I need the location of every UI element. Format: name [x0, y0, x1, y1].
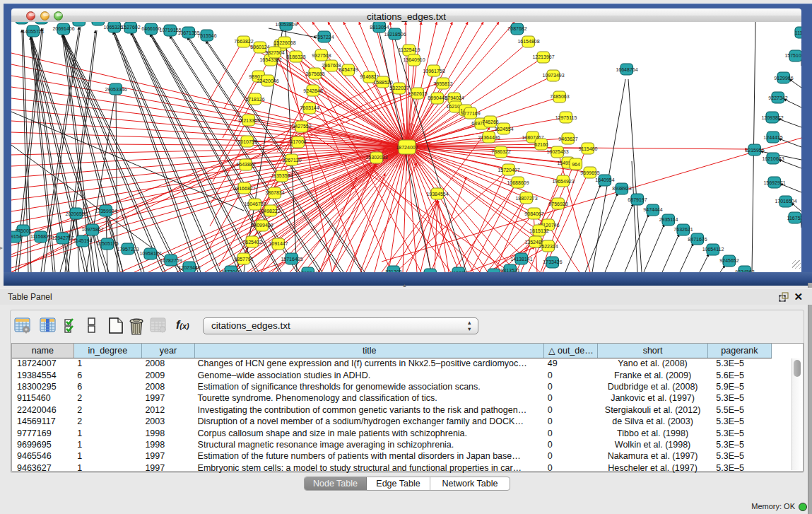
svg-text:62160: 62160 — [534, 142, 548, 147]
svg-text:8427552: 8427552 — [292, 124, 311, 129]
svg-text:9242848: 9242848 — [303, 88, 322, 93]
svg-text:12942757: 12942757 — [52, 235, 73, 240]
svg-text:10975867: 10975867 — [81, 227, 103, 232]
svg-text:3267130: 3267130 — [282, 158, 301, 163]
svg-text:16782759: 16782759 — [160, 258, 182, 263]
svg-text:10958107: 10958107 — [139, 251, 161, 256]
svg-text:21364436: 21364436 — [478, 135, 500, 140]
svg-text:9227342: 9227342 — [768, 95, 787, 100]
svg-text:3675685: 3675685 — [305, 71, 324, 76]
svg-text:116753: 116753 — [787, 216, 801, 221]
svg-text:1091447: 1091447 — [269, 241, 288, 246]
svg-text:22420046: 22420046 — [257, 78, 278, 83]
svg-text:54099489: 54099489 — [251, 223, 273, 228]
svg-text:15720407: 15720407 — [498, 168, 519, 173]
svg-text:8471676: 8471676 — [688, 237, 707, 242]
svg-text:1527602: 1527602 — [121, 25, 140, 30]
svg-text:13640910: 13640910 — [403, 57, 425, 62]
svg-text:8938923: 8938923 — [612, 186, 631, 191]
svg-text:7485063: 7485063 — [550, 94, 569, 99]
svg-text:9474444: 9474444 — [643, 207, 662, 212]
svg-text:417004: 417004 — [290, 139, 306, 144]
svg-text:12213967: 12213967 — [532, 54, 554, 59]
svg-text:3624554: 3624554 — [494, 127, 513, 132]
svg-text:2718126: 2718126 — [245, 97, 264, 102]
svg-text:39154: 39154 — [11, 234, 22, 239]
svg-text:16648764: 16648764 — [616, 67, 637, 72]
svg-text:1615132: 1615132 — [529, 228, 548, 233]
svg-text:7603144: 7603144 — [300, 105, 319, 110]
svg-text:15692971: 15692971 — [763, 180, 785, 185]
svg-text:16154808: 16154808 — [517, 39, 539, 44]
svg-text:25302033: 25302033 — [365, 155, 387, 160]
svg-text:8960124: 8960124 — [250, 45, 269, 49]
svg-text:8215955: 8215955 — [745, 148, 764, 153]
svg-text:6643882: 6643882 — [236, 162, 255, 167]
svg-text:1733426: 1733426 — [543, 259, 562, 264]
svg-text:2087682: 2087682 — [507, 26, 526, 31]
svg-text:12093872: 12093872 — [761, 115, 783, 120]
svg-text:18724007: 18724007 — [396, 145, 418, 150]
svg-text:964: 964 — [572, 162, 580, 167]
svg-text:8186328: 8186328 — [286, 54, 305, 59]
svg-text:9129966: 9129966 — [774, 76, 793, 81]
svg-text:20691406: 20691406 — [52, 26, 74, 31]
svg-text:11353594: 11353594 — [271, 173, 293, 178]
svg-text:15716485: 15716485 — [281, 257, 302, 262]
svg-text:746266: 746266 — [482, 119, 498, 124]
svg-text:9115460: 9115460 — [579, 146, 598, 151]
svg-text:1244415: 1244415 — [763, 135, 782, 140]
svg-text:9463627: 9463627 — [558, 136, 577, 141]
svg-text:8454749: 8454749 — [339, 67, 358, 72]
svg-text:1010755: 1010755 — [237, 139, 257, 144]
svg-text:1145194: 1145194 — [73, 238, 93, 243]
svg-text:1362615: 1362615 — [408, 91, 427, 96]
svg-text:19218506: 19218506 — [384, 32, 406, 37]
svg-text:9327508: 9327508 — [312, 53, 331, 58]
svg-text:18807273: 18807273 — [515, 196, 537, 201]
svg-text:1640954: 1640954 — [595, 177, 614, 182]
svg-text:7663822: 7663822 — [234, 39, 253, 44]
svg-text:10025433: 10025433 — [546, 149, 568, 154]
svg-text:10654112: 10654112 — [702, 247, 724, 252]
svg-text:19166827: 19166827 — [233, 186, 255, 191]
svg-text:9327504: 9327504 — [265, 50, 284, 55]
svg-text:17016504: 17016504 — [775, 199, 796, 204]
svg-text:3867834: 3867834 — [265, 190, 284, 195]
svg-text:17359934: 17359934 — [95, 209, 117, 214]
svg-text:2522314: 2522314 — [539, 244, 558, 249]
svg-text:5322037: 5322037 — [389, 86, 408, 90]
svg-text:20206556: 20206556 — [65, 211, 87, 216]
svg-text:9857791: 9857791 — [234, 257, 253, 262]
svg-text:1588520: 1588520 — [373, 80, 392, 85]
svg-text:10688609: 10688609 — [507, 180, 529, 185]
svg-text:12505135: 12505135 — [96, 241, 118, 246]
svg-text:7632621: 7632621 — [673, 227, 693, 232]
svg-text:10961758: 10961758 — [423, 69, 445, 74]
svg-text:14138141: 14138141 — [510, 257, 532, 262]
svg-text:9245652: 9245652 — [719, 258, 739, 263]
svg-text:10671355: 10671355 — [177, 30, 199, 35]
svg-text:11325419: 11325419 — [399, 47, 420, 52]
svg-text:19654923: 19654923 — [552, 179, 574, 184]
svg-text:6879197: 6879197 — [628, 197, 647, 202]
svg-text:7515546: 7515546 — [197, 33, 216, 38]
svg-text:2935114: 2935114 — [659, 217, 678, 222]
svg-text:12975115: 12975115 — [555, 115, 577, 120]
svg-text:6794024: 6794024 — [445, 95, 464, 100]
svg-text:9699695: 9699695 — [580, 170, 599, 175]
svg-text:9777169: 9777169 — [461, 111, 480, 116]
svg-text:15226058: 15226058 — [273, 40, 295, 45]
svg-text:7625402: 7625402 — [242, 240, 261, 245]
svg-text:29053346: 29053346 — [105, 87, 126, 92]
svg-text:8813054: 8813054 — [370, 25, 389, 30]
svg-text:11172: 11172 — [795, 30, 801, 35]
svg-text:10053809: 10053809 — [275, 22, 297, 27]
svg-text:9084067: 9084067 — [524, 211, 543, 216]
svg-text:12023446: 12023446 — [178, 265, 200, 270]
svg-text:7357224: 7357224 — [314, 35, 334, 40]
svg-text:9146821: 9146821 — [360, 74, 379, 79]
svg-text:17957223: 17957223 — [117, 247, 139, 252]
svg-text:6466160: 6466160 — [141, 26, 160, 31]
svg-text:15751024: 15751024 — [784, 53, 801, 58]
